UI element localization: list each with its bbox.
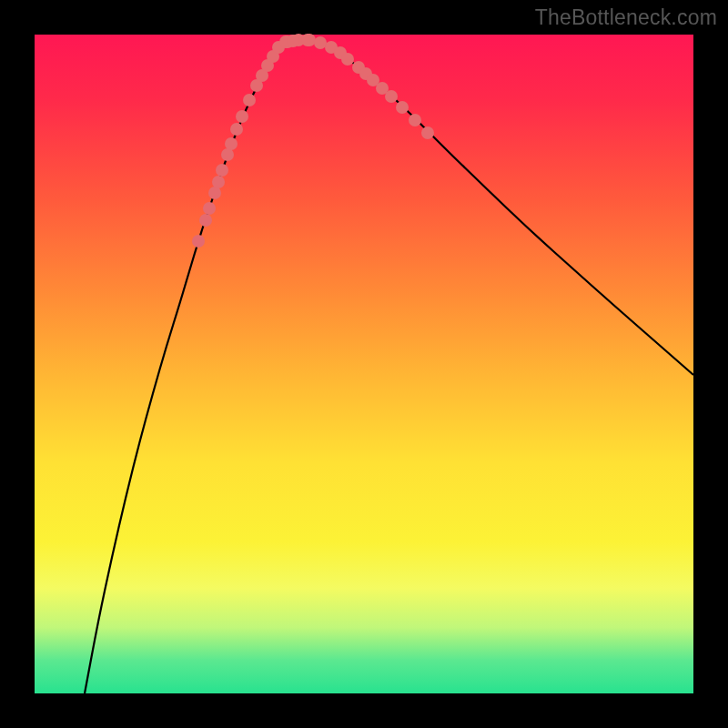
curve-marker (208, 187, 221, 199)
curve-marker (301, 34, 314, 46)
curve-marker (243, 94, 256, 106)
curve-svg (35, 35, 693, 693)
plot-area (35, 35, 693, 693)
chart-stage: TheBottleneck.com (0, 0, 728, 728)
curve-marker (287, 35, 299, 47)
curve-marker (203, 202, 216, 215)
curve-marker (396, 101, 409, 114)
curve-marker-group (192, 34, 434, 248)
curve-marker (212, 176, 225, 188)
curve-marker (409, 114, 421, 126)
curve-marker (199, 214, 212, 227)
curve-marker (314, 36, 327, 49)
curve-marker (221, 148, 234, 161)
bottleneck-curve (85, 40, 693, 693)
watermark-label: TheBottleneck.com (535, 5, 717, 30)
curve-marker (192, 235, 205, 248)
curve-marker (216, 164, 228, 177)
curve-marker (421, 126, 434, 139)
curve-marker (236, 110, 248, 123)
curve-marker (341, 53, 354, 66)
curve-marker (385, 90, 398, 103)
curve-marker (230, 123, 243, 136)
curve-marker (225, 137, 238, 150)
